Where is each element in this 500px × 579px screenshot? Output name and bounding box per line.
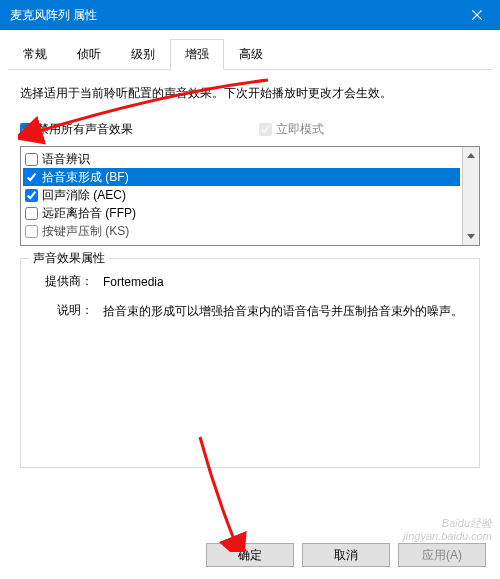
scroll-up-button[interactable]: [463, 147, 479, 164]
options-row: 禁用所有声音效果 立即模式: [20, 121, 480, 138]
title-bar: 麦克风阵列 属性: [0, 0, 500, 30]
item-checkbox[interactable]: [25, 189, 38, 202]
ok-button[interactable]: 确定: [206, 543, 294, 567]
effects-listbox[interactable]: 语音辨识 拾音束形成 (BF) 回声消除 (AEC) 远距离拾音 (FFP): [20, 146, 480, 246]
chevron-down-icon: [467, 234, 475, 239]
tab-listen[interactable]: 侦听: [62, 39, 116, 70]
item-label: 语音辨识: [42, 151, 90, 168]
window-title: 麦克风阵列 属性: [10, 7, 454, 24]
tab-enhance[interactable]: 增强: [170, 39, 224, 70]
listbox-inner: 语音辨识 拾音束形成 (BF) 回声消除 (AEC) 远距离拾音 (FFP): [21, 147, 462, 245]
group-title: 声音效果属性: [29, 250, 109, 267]
scrollbar[interactable]: [462, 147, 479, 245]
chevron-up-icon: [467, 153, 475, 158]
item-checkbox[interactable]: [25, 153, 38, 166]
tab-general[interactable]: 常规: [8, 39, 62, 70]
tab-levels[interactable]: 级别: [116, 39, 170, 70]
disable-all-label[interactable]: 禁用所有声音效果: [37, 121, 133, 138]
item-label: 拾音束形成 (BF): [42, 169, 129, 186]
cancel-button[interactable]: 取消: [302, 543, 390, 567]
item-label: 远距离拾音 (FFP): [42, 205, 136, 222]
scroll-track[interactable]: [463, 164, 479, 228]
list-item[interactable]: 语音辨识: [23, 150, 460, 168]
item-checkbox[interactable]: [25, 225, 38, 238]
disable-all-check-wrap: 禁用所有声音效果: [20, 121, 133, 138]
list-item[interactable]: 远距离拾音 (FFP): [23, 204, 460, 222]
item-label: 回声消除 (AEC): [42, 187, 126, 204]
watermark-line1: Baidu经验: [403, 517, 492, 530]
provider-value: Fortemedia: [103, 273, 469, 292]
close-icon: [472, 10, 482, 20]
disable-all-checkbox[interactable]: [20, 123, 33, 136]
item-label: 按键声压制 (KS): [42, 223, 129, 240]
list-item[interactable]: 拾音束形成 (BF): [23, 168, 460, 186]
close-button[interactable]: [454, 0, 500, 30]
list-item[interactable]: 按键声压制 (KS): [23, 222, 460, 240]
apply-button[interactable]: 应用(A): [398, 543, 486, 567]
dialog-buttons: 确定 取消 应用(A): [0, 531, 500, 579]
desc-row: 说明： 拾音束的形成可以增强拾音束内的语音信号并压制拾音束外的噪声。: [31, 302, 469, 321]
provider-label: 提供商：: [31, 273, 103, 292]
item-checkbox[interactable]: [25, 171, 38, 184]
dialog-body: 常规 侦听 级别 增强 高级 选择适用于当前聆听配置的声音效果。下次开始播放时更…: [0, 30, 500, 478]
tab-advanced[interactable]: 高级: [224, 39, 278, 70]
provider-row: 提供商： Fortemedia: [31, 273, 469, 292]
scroll-down-button[interactable]: [463, 228, 479, 245]
item-checkbox[interactable]: [25, 207, 38, 220]
description-text: 选择适用于当前聆听配置的声音效果。下次开始播放时更改才会生效。: [20, 84, 480, 103]
tab-content: 选择适用于当前聆听配置的声音效果。下次开始播放时更改才会生效。 禁用所有声音效果…: [8, 70, 492, 478]
tab-strip: 常规 侦听 级别 增强 高级: [8, 38, 492, 70]
immediate-mode-wrap: 立即模式: [259, 121, 324, 138]
desc-label: 说明：: [31, 302, 103, 321]
effects-listbox-wrap: 语音辨识 拾音束形成 (BF) 回声消除 (AEC) 远距离拾音 (FFP): [20, 146, 480, 246]
list-item[interactable]: 回声消除 (AEC): [23, 186, 460, 204]
immediate-label: 立即模式: [276, 121, 324, 138]
effect-properties-group: 声音效果属性 提供商： Fortemedia 说明： 拾音束的形成可以增强拾音束…: [20, 258, 480, 468]
immediate-checkbox: [259, 123, 272, 136]
desc-value: 拾音束的形成可以增强拾音束内的语音信号并压制拾音束外的噪声。: [103, 302, 469, 321]
